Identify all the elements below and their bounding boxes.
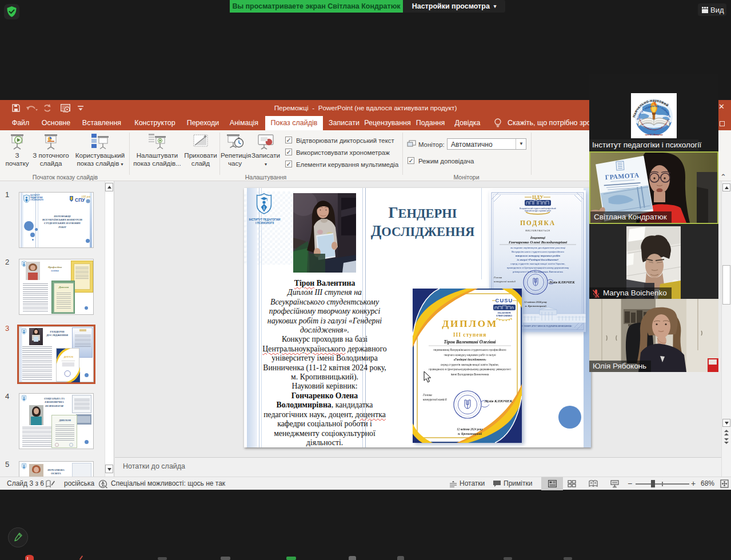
svg-text:VYNNYCHENKO: VYNNYCHENKO <box>496 315 512 317</box>
svg-text:ІІІ ступеня: ІІІ ступеня <box>453 332 486 338</box>
svg-text:м. Кропивницький: м. Кропивницький <box>524 305 546 307</box>
svg-text:Голова: Голова <box>422 393 432 397</box>
svg-text:м. Кропивницький: м. Кропивницький <box>457 432 482 435</box>
svg-text:висловлюється: висловлюється <box>525 229 550 232</box>
svg-text:VOLODYMYR: VOLODYMYR <box>497 312 511 314</box>
svg-text:із галузі «Гендерні дослідженн: із галузі «Гендерні дослідження» <box>517 258 559 261</box>
svg-text:Всеукраїнського студентського: Всеукраїнського студентського професійно… <box>512 250 564 253</box>
svg-text:імені А.С. Макаренка: імені А.С. Макаренка <box>645 134 663 136</box>
svg-text:ПОДЯКА: ПОДЯКА <box>520 219 556 227</box>
svg-text:творчого конкурсу наукових роб: творчого конкурсу наукових робіт із галу… <box>444 354 496 357</box>
svg-text:за наукове керівництво дослідж: за наукове керівництво дослідженням учас… <box>510 246 565 249</box>
svg-text:конкурсної комісії: конкурсної комісії <box>423 398 447 401</box>
svg-text:серед студентів закладів вищої: серед студентів закладів вищої освіти Ук… <box>510 262 565 265</box>
svg-text:конкурсної комісії: конкурсної комісії <box>494 280 516 283</box>
svg-text:Лілія КЛЮЧЕК: Лілія КЛЮЧЕК <box>548 280 575 284</box>
svg-text:проведеного в Центральноукраїн: проведеного в Центральноукраїнському дер… <box>429 368 510 371</box>
svg-text:серед студентів закладів вищої: серед студентів закладів вищої освіти Ук… <box>441 363 499 366</box>
svg-text:проведеного в Центральноукраїн: проведеного в Центральноукраїнському дер… <box>507 266 569 269</box>
svg-text:«Гендерні дослідження»: «Гендерні дослідження» <box>453 358 486 361</box>
svg-text:доцентці: доцентці <box>530 235 545 239</box>
svg-text:CUSU: CUSU <box>496 297 513 303</box>
svg-text:Голова: Голова <box>493 276 502 279</box>
svg-text:ЦДУ: ЦДУ <box>532 194 544 200</box>
svg-text:ДИПЛОМ: ДИПЛОМ <box>442 318 497 329</box>
svg-text:творчого конкурсу наукових роб: творчого конкурсу наукових робіт <box>516 254 561 257</box>
svg-text:переможниці Всеукраїнського ст: переможниці Всеукраїнського студентськог… <box>433 348 506 351</box>
svg-text:Лілія КЛЮЧЕК: Лілія КЛЮЧЕК <box>484 399 513 403</box>
svg-text:ДИПЛОМ: ДИПЛОМ <box>64 356 73 358</box>
svg-text:12 квітня 2024 року: 12 квітня 2024 року <box>457 427 483 431</box>
svg-text:імені Володимира Винниченка: імені Володимира Винниченка <box>451 373 489 376</box>
svg-text:творчий конкурс наукових робіт: творчий конкурс наукових робіт <box>525 210 552 212</box>
svg-text:Гончаренко Олені Володимирівні: Гончаренко Олені Володимирівні <box>508 240 567 245</box>
svg-text:100 років: 100 років <box>81 195 90 198</box>
svg-text:12 квітня 2024 року: 12 квітня 2024 року <box>524 301 548 303</box>
svg-text:Тірон Валентині Олегівні: Тірон Валентині Олегівні <box>444 339 496 345</box>
